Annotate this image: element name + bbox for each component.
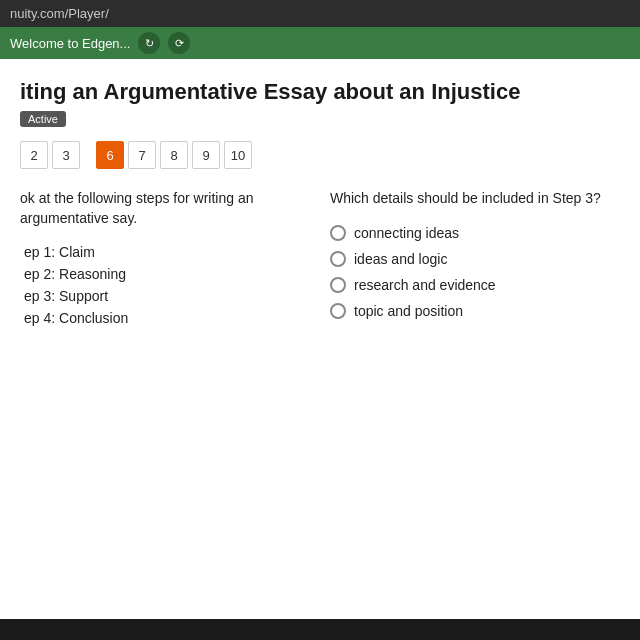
status-badge: Active <box>20 111 66 127</box>
browser-bar: nuity.com/Player/ <box>0 0 640 27</box>
step-3: ep 3: Support <box>20 288 310 304</box>
page-btn-9[interactable]: 9 <box>192 141 220 169</box>
right-panel: Which details should be included in Step… <box>330 189 620 332</box>
left-question-text: ok at the following steps for writing an… <box>20 189 310 228</box>
option-connecting-ideas[interactable]: connecting ideas <box>330 225 620 241</box>
url-bar: nuity.com/Player/ <box>10 6 109 21</box>
step-4: ep 4: Conclusion <box>20 310 310 326</box>
page-btn-3[interactable]: 3 <box>52 141 80 169</box>
page-btn-10[interactable]: 10 <box>224 141 252 169</box>
pagination: 2 3 6 7 8 9 10 <box>20 141 620 169</box>
option-label-research-and-evidence: research and evidence <box>354 277 496 293</box>
main-content: iting an Argumentative Essay about an In… <box>0 59 640 619</box>
radio-topic-and-position[interactable] <box>330 303 346 319</box>
step-2: ep 2: Reasoning <box>20 266 310 282</box>
tab-label: Welcome to Edgen... <box>10 36 130 51</box>
option-label-ideas-and-logic: ideas and logic <box>354 251 447 267</box>
steps-list: ep 1: Claim ep 2: Reasoning ep 3: Suppor… <box>20 244 310 326</box>
page-btn-8[interactable]: 8 <box>160 141 188 169</box>
question-area: ok at the following steps for writing an… <box>20 189 620 332</box>
option-topic-and-position[interactable]: topic and position <box>330 303 620 319</box>
radio-ideas-and-logic[interactable] <box>330 251 346 267</box>
tab-reload-icon[interactable]: ⟳ <box>168 32 190 54</box>
left-panel: ok at the following steps for writing an… <box>20 189 310 332</box>
option-label-connecting-ideas: connecting ideas <box>354 225 459 241</box>
page-btn-7[interactable]: 7 <box>128 141 156 169</box>
tab-bar: Welcome to Edgen... ↻ ⟳ <box>0 27 640 59</box>
radio-connecting-ideas[interactable] <box>330 225 346 241</box>
tab-refresh-icon[interactable]: ↻ <box>138 32 160 54</box>
radio-research-and-evidence[interactable] <box>330 277 346 293</box>
option-ideas-and-logic[interactable]: ideas and logic <box>330 251 620 267</box>
right-question-text: Which details should be included in Step… <box>330 189 620 209</box>
option-label-topic-and-position: topic and position <box>354 303 463 319</box>
option-research-and-evidence[interactable]: research and evidence <box>330 277 620 293</box>
page-title: iting an Argumentative Essay about an In… <box>20 79 620 105</box>
step-1: ep 1: Claim <box>20 244 310 260</box>
page-btn-2[interactable]: 2 <box>20 141 48 169</box>
page-btn-6[interactable]: 6 <box>96 141 124 169</box>
